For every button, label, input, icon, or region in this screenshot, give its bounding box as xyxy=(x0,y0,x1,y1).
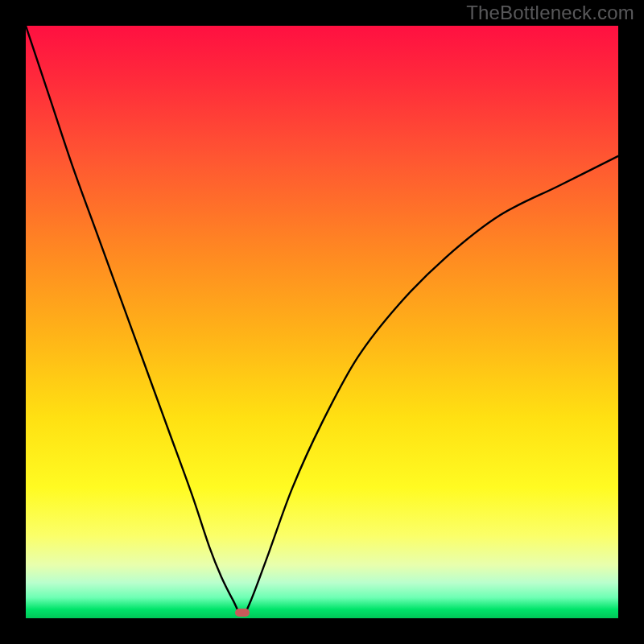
watermark-text: TheBottleneck.com xyxy=(466,2,634,24)
bottleneck-curve xyxy=(26,26,618,618)
chart-frame: TheBottleneck.com xyxy=(0,0,644,644)
plot-area xyxy=(26,26,618,618)
optimum-marker xyxy=(235,609,250,617)
